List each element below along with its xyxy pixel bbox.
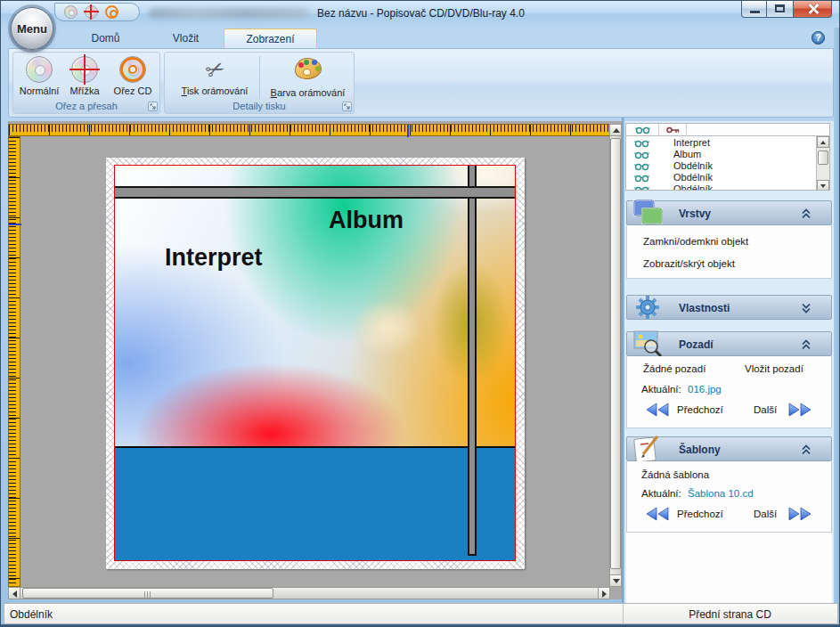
dialog-launcher-icon[interactable] <box>148 102 158 111</box>
panel-header-vlastnosti[interactable]: Vlastnosti <box>626 295 832 320</box>
ribbon-group-orez-a-presah: Normální Mřížka Ořez CD Ořez a přesah <box>12 52 160 114</box>
next-template-button[interactable]: Další <box>754 509 777 519</box>
scroll-up-button[interactable] <box>609 124 622 136</box>
double-arrow-left-icon[interactable] <box>645 507 670 521</box>
button-label: Normální <box>16 86 62 96</box>
panel-title: Pozadí <box>679 338 714 351</box>
button-label: Barva orámování <box>263 87 353 98</box>
template-pen-icon <box>632 434 665 464</box>
scroll-left-button[interactable] <box>8 587 20 599</box>
cd-disc-icon <box>26 56 53 83</box>
visibility-column-header[interactable] <box>626 124 659 136</box>
show-hide-object-item[interactable]: Zobrazit/skrýt objekt <box>643 258 735 269</box>
panel-header-sablony[interactable]: Šablony <box>626 436 832 461</box>
print-border-button[interactable]: ✂ Tisk orámování <box>170 54 259 101</box>
double-arrow-right-icon[interactable] <box>787 507 812 521</box>
canvas-horizontal-scrollbar[interactable] <box>8 587 610 599</box>
normal-view-button[interactable]: Normální <box>16 54 62 101</box>
no-background-link[interactable]: Žádné pozadí <box>643 363 705 374</box>
double-arrow-right-icon[interactable] <box>787 403 812 417</box>
grid-crosshair-icon <box>84 54 86 85</box>
maximize-icon <box>775 4 785 12</box>
previous-template-button[interactable]: Předchozí <box>677 509 723 519</box>
object-list-item[interactable]: Interpret <box>626 137 815 149</box>
glasses-icon[interactable] <box>634 162 650 171</box>
vertical-ruler <box>8 136 20 587</box>
arrow-down-icon <box>613 579 620 583</box>
panel-header-pozadi[interactable]: Pozadí <box>626 331 832 356</box>
border-color-button[interactable]: Barva orámování <box>263 54 353 101</box>
tab-vlozit[interactable]: Vložit <box>148 28 224 48</box>
chevron-double-down-icon[interactable] <box>801 303 811 314</box>
tab-domu[interactable]: Domů <box>63 28 148 48</box>
dialog-launcher-icon[interactable] <box>342 102 352 111</box>
close-icon <box>808 4 819 14</box>
glasses-icon[interactable] <box>634 139 650 148</box>
no-template-link[interactable]: Žádná šablona <box>641 469 709 480</box>
next-background-button[interactable]: Další <box>754 404 777 415</box>
horizontal-scrollbar-thumb[interactable] <box>22 588 273 598</box>
object-list-item[interactable]: Obdélník <box>626 160 815 172</box>
object-list-item[interactable]: Album <box>626 149 815 160</box>
group-separator <box>259 56 260 99</box>
text-object-interpret[interactable]: Interpret <box>165 244 263 272</box>
double-arrow-left-icon[interactable] <box>645 403 670 417</box>
chevron-double-up-icon[interactable] <box>801 339 811 350</box>
glasses-icon[interactable] <box>634 185 650 191</box>
help-icon[interactable]: ? <box>811 31 825 45</box>
scroll-down-button[interactable] <box>609 574 622 587</box>
chevron-double-up-icon[interactable] <box>801 208 811 219</box>
object-label: Album <box>673 149 701 160</box>
current-label: Aktuální: <box>641 384 681 395</box>
object-label: Obdélník <box>673 160 713 172</box>
maximize-button[interactable] <box>767 1 793 18</box>
insert-background-link[interactable]: Vložit pozadí <box>745 363 803 374</box>
crop-ring-icon[interactable] <box>105 5 118 19</box>
panel-header-vrstvy[interactable]: Vrstvy <box>626 200 832 225</box>
scrollbar-thumb[interactable] <box>818 151 828 165</box>
ribbon-tab-row: Domů Vložit Zobrazení ? <box>8 28 834 48</box>
close-button[interactable] <box>793 1 832 18</box>
arrow-up-icon <box>613 128 620 133</box>
chevron-double-up-icon[interactable] <box>801 444 811 455</box>
lock-column-header[interactable] <box>659 124 687 136</box>
vertical-scrollbar-thumb[interactable] <box>610 138 621 569</box>
rectangle-object-bottom[interactable] <box>115 446 515 560</box>
cd-crop-button[interactable]: Ořez CD <box>107 54 159 101</box>
grid-crosshair-icon[interactable] <box>85 5 98 19</box>
crop-ring-icon <box>128 65 137 74</box>
object-label: Interpret <box>673 137 710 149</box>
ribbon-group-detaily-tisku: ✂ Tisk orámování Barva orámování Detaily… <box>164 52 355 114</box>
glasses-icon[interactable] <box>634 174 650 183</box>
rectangle-object-horizontal[interactable] <box>115 186 515 199</box>
cd-cover-content: Interpret Album <box>114 165 516 561</box>
object-list-item[interactable]: Obdélník <box>626 172 815 183</box>
lock-unlock-object-item[interactable]: Zamkni/odemkni objekt <box>643 236 748 247</box>
rectangle-object-vertical[interactable] <box>468 166 477 556</box>
sidebar: Interpret Album Obdélník Obdélník Obdéln… <box>624 121 834 603</box>
cd-disc-icon[interactable] <box>64 5 77 19</box>
current-side-status: Přední strana CD <box>625 608 835 621</box>
menu-button-label: Menu <box>17 22 47 36</box>
panel-title: Vlastnosti <box>679 302 730 314</box>
canvas-vertical-scrollbar[interactable] <box>609 124 622 587</box>
key-icon <box>666 126 681 134</box>
tab-zobrazeni[interactable]: Zobrazení <box>224 28 317 48</box>
text-object-album[interactable]: Album <box>329 207 404 234</box>
object-list-item[interactable]: Obdélník <box>626 183 815 191</box>
crosshair-icon <box>85 5 98 19</box>
glasses-icon <box>635 126 651 134</box>
scroll-down-button[interactable] <box>817 180 829 191</box>
menu-button[interactable]: Menu <box>11 7 53 50</box>
group-label: Ořez a přesah <box>13 100 159 113</box>
minimize-button[interactable] <box>741 1 767 18</box>
scroll-up-button[interactable] <box>817 136 829 148</box>
glasses-icon[interactable] <box>634 151 650 159</box>
scroll-right-button[interactable] <box>598 587 610 599</box>
previous-background-button[interactable]: Předchozí <box>677 404 723 415</box>
grid-view-button[interactable]: Mřížka <box>62 54 107 101</box>
arrow-down-icon <box>820 184 826 188</box>
cd-cover-page[interactable]: Interpret Album <box>106 158 525 569</box>
object-list-scrollbar[interactable] <box>816 136 829 191</box>
status-separator <box>623 605 624 624</box>
